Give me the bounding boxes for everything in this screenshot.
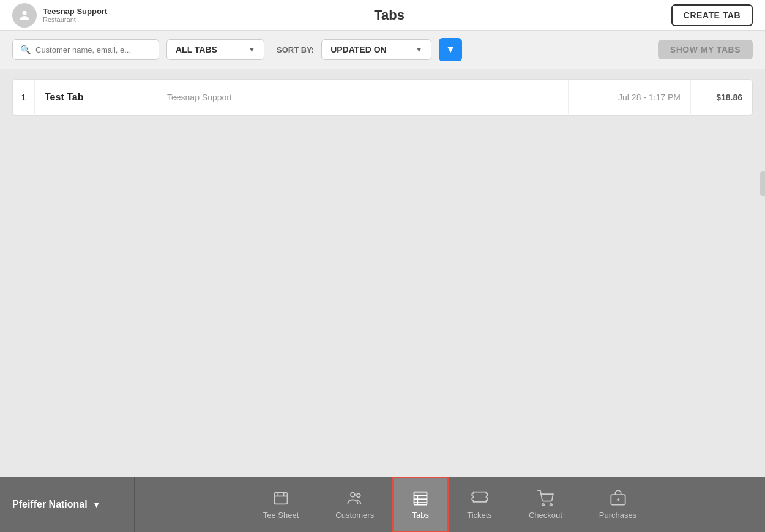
tabs-list: 1 Test Tab Teesnap Support Jul 28 - 1:17…: [12, 79, 753, 116]
avatar: [12, 3, 37, 28]
filter-dropdown-arrow: ▼: [248, 46, 255, 53]
tab-amount: $18.86: [691, 80, 752, 114]
sort-dropdown-arrow: ▼: [416, 46, 422, 53]
side-handle[interactable]: [760, 171, 765, 196]
purchases-icon: [610, 490, 627, 507]
sort-value: UPDATED ON: [330, 45, 387, 54]
user-subtitle: Restaurant: [43, 16, 107, 23]
svg-point-13: [550, 503, 553, 506]
nav-item-label: Purchases: [599, 511, 636, 520]
tee-sheet-icon: [272, 490, 289, 507]
nav-item-label: Tickets: [467, 511, 492, 520]
bottom-nav: Pfeiffer National ▼ Tee Sheet Customers …: [0, 477, 765, 532]
nav-item-label: Customers: [335, 511, 374, 520]
svg-rect-1: [275, 492, 288, 504]
search-input[interactable]: [35, 45, 151, 54]
svg-point-12: [542, 503, 545, 506]
svg-point-0: [22, 10, 26, 15]
sort-direction-icon: ▼: [446, 44, 455, 55]
user-info: Teesnap Support Restaurant: [43, 7, 107, 23]
nav-item-tabs[interactable]: Tabs: [392, 477, 449, 532]
sort-dropdown[interactable]: UPDATED ON ▼: [321, 39, 431, 60]
nav-item-purchases[interactable]: Purchases: [581, 477, 655, 532]
sort-by-label: SORT BY:: [277, 45, 314, 54]
nav-item-label: Checkout: [529, 511, 562, 520]
header-left: Teesnap Support Restaurant: [12, 3, 107, 28]
customers-icon: [346, 490, 364, 507]
nav-item-customers[interactable]: Customers: [317, 477, 392, 532]
show-my-tabs-button[interactable]: SHOW MY TABS: [658, 40, 753, 59]
tab-name: Test Tab: [35, 80, 157, 115]
filter-label: ALL TABS: [176, 45, 217, 54]
svg-point-5: [351, 492, 355, 496]
search-wrap[interactable]: 🔍: [12, 39, 159, 60]
location-label[interactable]: Pfeiffer National ▼: [12, 499, 101, 510]
tabs-icon: [412, 490, 429, 507]
sort-direction-button[interactable]: ▼: [439, 38, 462, 61]
row-number: 1: [13, 80, 35, 114]
nav-item-label: Tee Sheet: [263, 511, 299, 520]
svg-point-6: [357, 493, 360, 497]
nav-items: Tee Sheet Customers Tabs Tickets Checkou…: [135, 477, 765, 532]
toolbar: 🔍 ALL TABS ▼ SORT BY: UPDATED ON ▼ ▼ SHO…: [0, 31, 765, 69]
tickets-icon: [471, 490, 488, 507]
tab-owner: Teesnap Support: [157, 80, 569, 114]
nav-location-wrap[interactable]: Pfeiffer National ▼: [0, 477, 135, 532]
nav-item-checkout[interactable]: Checkout: [510, 477, 581, 532]
location-name: Pfeiffer National: [12, 499, 88, 510]
filter-dropdown[interactable]: ALL TABS ▼: [166, 39, 264, 60]
nav-item-tickets[interactable]: Tickets: [449, 477, 510, 532]
header: Teesnap Support Restaurant Tabs CREATE T…: [0, 0, 765, 31]
location-dropdown-arrow: ▼: [92, 500, 101, 509]
checkout-icon: [537, 490, 554, 507]
tab-date: Jul 28 - 1:17 PM: [569, 80, 691, 114]
content-area: 1 Test Tab Teesnap Support Jul 28 - 1:17…: [0, 69, 765, 477]
create-tab-button[interactable]: CREATE TAB: [671, 4, 753, 26]
search-icon: 🔍: [20, 45, 31, 54]
user-name: Teesnap Support: [43, 7, 107, 16]
nav-item-tee-sheet[interactable]: Tee Sheet: [245, 477, 318, 532]
page-title: Tabs: [107, 7, 671, 23]
table-row[interactable]: 1 Test Tab Teesnap Support Jul 28 - 1:17…: [12, 79, 753, 116]
nav-item-label: Tabs: [412, 511, 428, 520]
